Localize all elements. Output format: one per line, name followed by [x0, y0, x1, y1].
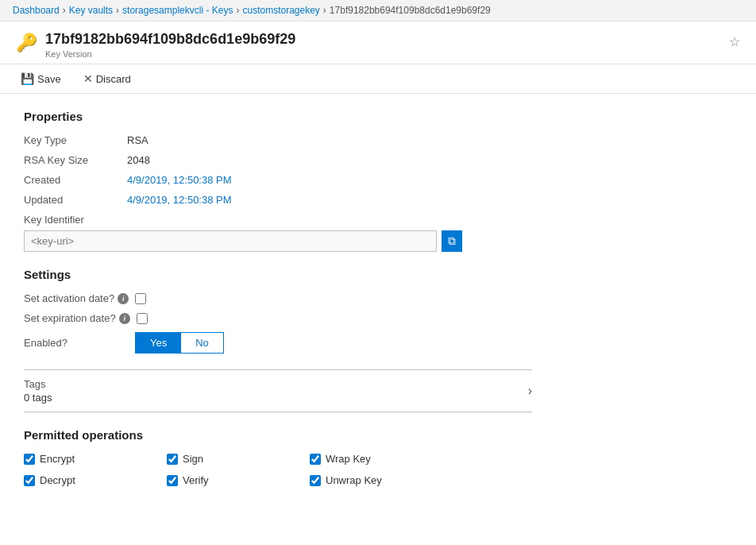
enabled-label: Enabled? [24, 337, 127, 349]
favorite-icon[interactable]: ☆ [729, 34, 740, 49]
operation-label: Decrypt [40, 474, 75, 486]
settings-section-title: Settings [24, 268, 532, 281]
rsa-key-size-row: RSA Key Size 2048 [24, 154, 532, 166]
copy-button[interactable]: ⧉ [442, 230, 462, 252]
list-item: Unwrap Key [310, 474, 453, 486]
main-content: Properties Key Type RSA RSA Key Size 204… [0, 94, 556, 502]
key-identifier-label: Key Identifier [24, 214, 532, 226]
operation-checkbox[interactable] [24, 454, 35, 465]
updated-label: Updated [24, 194, 127, 206]
key-type-label: Key Type [24, 134, 127, 146]
enabled-yes-button[interactable]: Yes [136, 333, 181, 353]
expiration-date-label: Set expiration date? i [24, 312, 130, 324]
permitted-operations-section: Permitted operations EncryptSignWrap Key… [24, 428, 532, 486]
key-icon: 🔑 [16, 33, 37, 53]
list-item: Verify [167, 474, 310, 486]
updated-row: Updated 4/9/2019, 12:50:38 PM [24, 194, 532, 206]
key-type-value: RSA [127, 134, 148, 146]
created-label: Created [24, 174, 127, 186]
created-row: Created 4/9/2019, 12:50:38 PM [24, 174, 532, 186]
page-header: 🔑 17bf9182bb694f109b8dc6d1e9b69f29 Key V… [0, 21, 756, 64]
properties-section-title: Properties [24, 110, 532, 123]
operations-grid: EncryptSignWrap KeyDecryptVerifyUnwrap K… [24, 453, 532, 486]
expiration-date-row: Set expiration date? i [24, 312, 532, 324]
operation-checkbox[interactable] [24, 475, 35, 486]
tags-left: Tags 0 tags [24, 378, 52, 404]
tags-title: Tags [24, 378, 52, 390]
operation-label: Sign [183, 453, 203, 465]
save-button[interactable]: 💾 Save [16, 69, 66, 88]
save-icon: 💾 [21, 72, 34, 85]
page-title: 17bf9182bb694f109b8dc6d1e9b69f29 [45, 31, 295, 48]
discard-button[interactable]: ✕ Discard [79, 69, 136, 88]
operation-label: Wrap Key [326, 453, 371, 465]
tags-chevron-right-icon: › [528, 384, 532, 398]
operation-checkbox[interactable] [310, 475, 321, 486]
key-type-row: Key Type RSA [24, 134, 532, 146]
operation-checkbox[interactable] [310, 454, 321, 465]
operation-checkbox[interactable] [167, 454, 178, 465]
enabled-no-button[interactable]: No [181, 333, 223, 353]
save-label: Save [37, 73, 61, 85]
list-item: Decrypt [24, 474, 167, 486]
discard-label: Discard [96, 73, 131, 85]
tags-count: 0 tags [24, 392, 52, 404]
list-item: Sign [167, 453, 310, 465]
discard-icon: ✕ [83, 72, 93, 85]
list-item: Encrypt [24, 453, 167, 465]
key-identifier-section: Key Identifier ⧉ [24, 214, 532, 252]
operation-checkbox[interactable] [167, 475, 178, 486]
expiration-info-icon: i [119, 313, 130, 324]
breadcrumb-customstoragekey[interactable]: customstoragekey [242, 5, 319, 16]
activation-info-icon: i [118, 293, 129, 304]
enabled-toggle: Yes No [135, 332, 224, 354]
activation-date-label: Set activation date? i [24, 292, 129, 304]
breadcrumb-dashboard[interactable]: Dashboard [13, 5, 60, 16]
updated-value: 4/9/2019, 12:50:38 PM [127, 194, 232, 206]
key-identifier-input-row: ⧉ [24, 230, 532, 252]
activation-date-row: Set activation date? i [24, 292, 532, 304]
breadcrumb-current: 17bf9182bb694f109b8dc6d1e9b69f29 [330, 5, 491, 16]
tags-section[interactable]: Tags 0 tags › [24, 369, 532, 412]
created-value: 4/9/2019, 12:50:38 PM [127, 174, 232, 186]
enabled-row: Enabled? Yes No [24, 332, 532, 354]
breadcrumb: Dashboard › Key vaults › storagesamplekv… [0, 0, 756, 21]
operation-label: Verify [183, 474, 209, 486]
settings-section: Settings Set activation date? i Set expi… [24, 268, 532, 354]
expiration-date-checkbox[interactable] [137, 313, 148, 324]
key-identifier-input[interactable] [24, 230, 437, 252]
activation-date-checkbox[interactable] [135, 293, 146, 304]
operation-label: Unwrap Key [326, 474, 382, 486]
rsa-key-size-value: 2048 [127, 154, 150, 166]
breadcrumb-keyvaults[interactable]: Key vaults [69, 5, 113, 16]
operation-label: Encrypt [40, 453, 75, 465]
copy-icon: ⧉ [448, 234, 456, 248]
rsa-key-size-label: RSA Key Size [24, 154, 127, 166]
list-item: Wrap Key [310, 453, 453, 465]
toolbar: 💾 Save ✕ Discard [0, 64, 756, 94]
page-subtitle: Key Version [45, 49, 295, 59]
operations-section-title: Permitted operations [24, 428, 532, 442]
breadcrumb-storagesample[interactable]: storagesamplekvcli - Keys [122, 5, 233, 16]
